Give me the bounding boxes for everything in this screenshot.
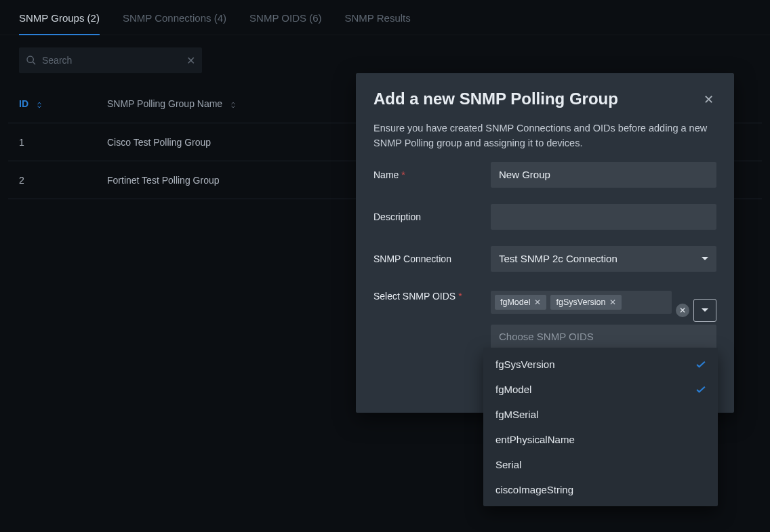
chevron-down-icon — [702, 308, 708, 312]
col-header-id[interactable]: ID — [19, 98, 107, 109]
oid-chip-label: fgModel — [500, 298, 530, 307]
dropdown-item[interactable]: fgSysVersion — [483, 352, 718, 377]
search-box: ✕ — [19, 47, 202, 73]
search-input[interactable] — [42, 55, 181, 66]
tab-snmp-connections[interactable]: SNMP Connections (4) — [123, 12, 226, 35]
description-input[interactable] — [491, 204, 716, 230]
dropdown-item[interactable]: entPhysicalName — [483, 427, 718, 452]
tab-bar: SNMP Groups (2) SNMP Connections (4) SNM… — [0, 0, 770, 35]
dropdown-item-label: entPhysicalName — [495, 434, 575, 445]
chip-remove-icon[interactable]: ✕ — [609, 298, 616, 306]
col-header-name[interactable]: SNMP Polling Group Name — [107, 98, 358, 109]
sort-icon — [35, 100, 43, 110]
dropdown-item-label: Serial — [495, 459, 521, 470]
tab-snmp-groups[interactable]: SNMP Groups (2) — [19, 12, 100, 35]
dropdown-toggle-button[interactable] — [693, 299, 716, 322]
dropdown-item-label: ciscoImageString — [495, 484, 573, 495]
dropdown-item-label: fgModel — [495, 384, 531, 395]
close-icon[interactable]: ✕ — [701, 89, 716, 110]
check-icon — [696, 386, 706, 393]
oid-chip: fgModel ✕ — [495, 295, 546, 310]
tab-snmp-results[interactable]: SNMP Results — [344, 12, 410, 35]
cell-name: Cisco Test Polling Group — [107, 137, 358, 148]
modal-title: Add a new SNMP Polling Group — [373, 89, 618, 108]
description-label: Description — [373, 211, 485, 222]
sort-icon — [229, 100, 237, 110]
cell-id: 2 — [19, 175, 107, 186]
oid-chip-label: fgSysVersion — [556, 298, 605, 307]
col-header-id-label: ID — [19, 98, 28, 109]
col-header-4: tion — [737, 99, 770, 110]
oids-search-wrap — [491, 325, 716, 350]
dropdown-item[interactable]: fgMSerial — [483, 402, 718, 427]
dropdown-item[interactable]: fgModel — [483, 377, 718, 402]
search-icon — [26, 55, 37, 66]
oids-chip-container: fgModel ✕ fgSysVersion ✕ — [491, 291, 672, 314]
svg-point-0 — [27, 56, 33, 62]
check-icon — [696, 361, 706, 368]
chip-remove-icon[interactable]: ✕ — [534, 298, 541, 306]
chevron-down-icon — [702, 257, 708, 260]
clear-search-icon[interactable]: ✕ — [186, 54, 195, 67]
cell-col4: tion — [737, 175, 770, 186]
col-header-name-label: SNMP Polling Group Name — [107, 98, 222, 109]
svg-line-1 — [33, 62, 35, 64]
oids-label: Select SNMP OIDS* — [373, 291, 485, 302]
oids-search-input[interactable] — [499, 331, 708, 342]
cell-name: Fortinet Test Polling Group — [107, 175, 358, 186]
connection-select[interactable]: Test SNMP 2c Connection — [491, 246, 716, 272]
name-label: Name* — [373, 169, 485, 180]
oid-chip: fgSysVersion ✕ — [550, 295, 622, 310]
name-input[interactable] — [491, 162, 716, 188]
cell-id: 1 — [19, 137, 107, 148]
clear-all-icon[interactable]: ✕ — [676, 304, 689, 317]
dropdown-item[interactable]: Serial — [483, 452, 718, 477]
oids-dropdown: fgSysVersion fgModel fgMSerial entPhysic… — [483, 348, 718, 506]
dropdown-item-label: fgMSerial — [495, 409, 538, 420]
modal-description: Ensure you have created SNMP Connections… — [356, 110, 734, 154]
connection-label: SNMP Connection — [373, 253, 485, 264]
dropdown-item-label: fgSysVersion — [495, 359, 555, 370]
dropdown-item[interactable]: ciscoImageString — [483, 477, 718, 502]
tab-snmp-oids[interactable]: SNMP OIDS (6) — [249, 12, 321, 35]
cell-col4: tion — [737, 137, 770, 148]
connection-value: Test SNMP 2c Connection — [499, 253, 617, 264]
